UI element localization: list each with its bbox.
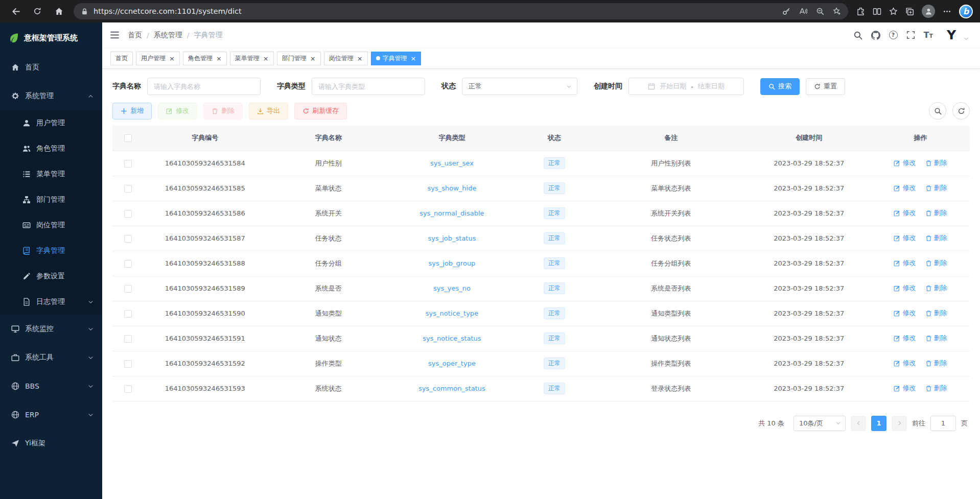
row-delete-button[interactable]: 删除: [925, 183, 947, 193]
row-checkbox[interactable]: [124, 185, 132, 193]
row-delete-button[interactable]: 删除: [925, 359, 947, 368]
row-checkbox[interactable]: [124, 385, 132, 393]
split-screen-icon[interactable]: [873, 7, 881, 16]
tab-close-icon[interactable]: ×: [169, 55, 175, 62]
sidebar-item-bbs[interactable]: BBS: [0, 372, 102, 400]
row-edit-button[interactable]: 修改: [894, 384, 916, 393]
sidebar-item-tool[interactable]: 系统工具: [0, 343, 102, 372]
user-avatar-logo[interactable]: Y: [944, 28, 959, 43]
prev-page-button[interactable]: [851, 416, 866, 431]
export-button[interactable]: 导出: [249, 103, 288, 120]
fullscreen-icon[interactable]: [906, 31, 915, 39]
breadcrumb-system[interactable]: 系统管理: [154, 31, 182, 40]
row-checkbox[interactable]: [124, 210, 132, 218]
sidebar-item-erp[interactable]: ERP: [0, 400, 102, 429]
row-delete-button[interactable]: 删除: [925, 384, 947, 393]
select-all-checkbox[interactable]: [124, 134, 132, 142]
row-delete-button[interactable]: 删除: [925, 283, 947, 293]
row-edit-button[interactable]: 修改: [894, 183, 916, 193]
tab-dept[interactable]: 部门管理×: [277, 52, 321, 65]
sidebar-item-yi[interactable]: Yi框架: [0, 429, 102, 458]
row-edit-button[interactable]: 修改: [894, 233, 916, 243]
dict-type-link[interactable]: sys_yes_no: [433, 284, 471, 292]
row-edit-button[interactable]: 修改: [894, 308, 916, 318]
row-checkbox[interactable]: [124, 335, 132, 343]
current-page-button[interactable]: 1: [871, 416, 886, 431]
goto-page-input[interactable]: [930, 416, 956, 431]
dict-type-link[interactable]: sys_oper_type: [428, 360, 476, 367]
toggle-search-button[interactable]: [929, 102, 946, 120]
back-icon[interactable]: [7, 3, 25, 20]
tab-home[interactable]: 首页: [110, 52, 133, 65]
sidebar-item-role[interactable]: 角色管理: [0, 136, 102, 161]
tab-close-icon[interactable]: ×: [263, 55, 269, 62]
sidebar-item-monitor[interactable]: 系统监控: [0, 315, 102, 343]
row-delete-button[interactable]: 删除: [925, 334, 947, 343]
dict-type-link[interactable]: sys_job_status: [428, 234, 476, 242]
tab-close-icon[interactable]: ×: [357, 55, 363, 62]
extensions-icon[interactable]: [856, 7, 865, 16]
tab-close-icon[interactable]: ×: [216, 55, 222, 62]
date-range-picker[interactable]: 开始日期 - 结束日期: [628, 78, 744, 95]
dict-type-link[interactable]: sys_normal_disable: [419, 209, 484, 217]
edit-button[interactable]: 修改: [158, 103, 197, 120]
sidebar-item-system[interactable]: 系统管理: [0, 82, 102, 110]
row-delete-button[interactable]: 删除: [925, 233, 947, 243]
dict-type-link[interactable]: sys_user_sex: [430, 159, 474, 167]
sidebar-item-post[interactable]: 岗位管理: [0, 212, 102, 238]
sidebar-item-menu[interactable]: 菜单管理: [0, 161, 102, 187]
dict-name-input[interactable]: [147, 78, 261, 95]
row-edit-button[interactable]: 修改: [894, 334, 916, 343]
dict-type-link[interactable]: sys_common_status: [418, 385, 485, 392]
profile-avatar[interactable]: [922, 5, 935, 18]
row-edit-button[interactable]: 修改: [894, 359, 916, 368]
row-edit-button[interactable]: 修改: [894, 283, 916, 293]
favorite-add-icon[interactable]: [833, 7, 841, 15]
row-delete-button[interactable]: 删除: [925, 258, 947, 268]
help-icon[interactable]: ?: [889, 31, 898, 39]
row-delete-button[interactable]: 删除: [925, 158, 947, 168]
browser-home-icon[interactable]: [50, 3, 67, 20]
address-bar[interactable]: https://ccnetcore.com:1101/system/dict: [74, 3, 848, 19]
tab-post[interactable]: 岗位管理×: [324, 52, 368, 65]
font-size-icon[interactable]: TT: [924, 31, 933, 39]
favorites-bar-icon[interactable]: [889, 7, 898, 16]
more-menu-icon[interactable]: [943, 7, 951, 16]
sidebar-item-dept[interactable]: 部门管理: [0, 187, 102, 212]
dict-type-link[interactable]: sys_notice_status: [423, 335, 481, 342]
reload-icon[interactable]: [29, 3, 46, 20]
header-search-icon[interactable]: [853, 31, 862, 40]
search-button[interactable]: 搜索: [760, 78, 800, 95]
sidebar-item-user[interactable]: 用户管理: [0, 110, 102, 136]
sidebar-item-log[interactable]: 日志管理: [0, 289, 102, 315]
page-size-select[interactable]: 10条/页: [794, 416, 846, 431]
dict-type-link[interactable]: sys_notice_type: [426, 310, 478, 317]
copilot-bing-icon[interactable]: b: [959, 5, 973, 18]
lock-icon[interactable]: [81, 8, 88, 15]
url-text[interactable]: https://ccnetcore.com:1101/system/dict: [94, 7, 782, 15]
breadcrumb-home[interactable]: 首页: [128, 31, 142, 40]
refresh-table-button[interactable]: [952, 102, 970, 120]
row-edit-button[interactable]: 修改: [894, 258, 916, 268]
tab-user[interactable]: 用户管理×: [136, 52, 180, 65]
delete-button[interactable]: 删除: [203, 103, 243, 120]
status-select[interactable]: 正常: [462, 78, 577, 95]
sidebar-toggle-icon[interactable]: [110, 30, 120, 40]
dict-type-link[interactable]: sys_job_group: [429, 259, 476, 267]
row-checkbox[interactable]: [124, 160, 132, 168]
sidebar-item-home[interactable]: 首页: [0, 53, 102, 82]
row-edit-button[interactable]: 修改: [894, 208, 916, 218]
sidebar-item-param[interactable]: 参数设置: [0, 264, 102, 289]
sidebar-item-dict[interactable]: 字典管理: [0, 238, 102, 264]
add-button[interactable]: 新增: [112, 103, 152, 120]
row-checkbox[interactable]: [124, 235, 132, 243]
row-checkbox[interactable]: [124, 285, 132, 293]
row-checkbox[interactable]: [124, 360, 132, 368]
row-delete-button[interactable]: 删除: [925, 208, 947, 218]
tab-role[interactable]: 角色管理×: [183, 52, 227, 65]
tab-dict[interactable]: 字典管理×: [371, 52, 422, 65]
tab-close-icon[interactable]: ×: [411, 55, 416, 62]
row-delete-button[interactable]: 删除: [925, 308, 947, 318]
row-edit-button[interactable]: 修改: [894, 158, 916, 168]
tab-menu[interactable]: 菜单管理×: [230, 52, 274, 65]
